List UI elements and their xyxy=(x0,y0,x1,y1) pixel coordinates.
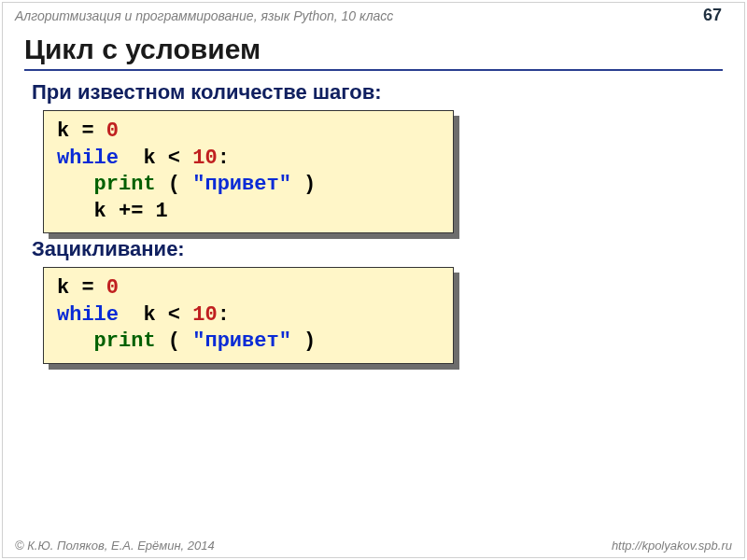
section-known-steps: При известном количестве шагов: k = 0 wh… xyxy=(24,80,723,233)
code-text: k += 1 xyxy=(57,200,168,223)
code-infinite: k = 0 while k < 10: print ( "привет" ) xyxy=(43,267,454,364)
code-known-steps: k = 0 while k < 10: print ( "привет" ) k… xyxy=(43,110,454,233)
code-function: print xyxy=(94,329,156,353)
code-number: 0 xyxy=(106,276,119,300)
codebox-known-steps: k = 0 while k < 10: print ( "привет" ) k… xyxy=(43,110,454,233)
slide: Алгоритмизация и программирование, язык … xyxy=(0,0,747,560)
section-infinite: Зацикливание: k = 0 while k < 10: print … xyxy=(24,237,723,364)
code-op: ( xyxy=(156,173,193,196)
slide-title: Цикл с условием xyxy=(24,34,723,65)
code-text: k = xyxy=(57,276,106,300)
codebox-infinite: k = 0 while k < 10: print ( "привет" ) xyxy=(43,267,454,364)
code-text: k = xyxy=(57,119,106,143)
code-keyword: while xyxy=(57,147,119,170)
course-title: Алгоритмизация и программирование, язык … xyxy=(15,8,393,23)
code-op: ) xyxy=(291,329,316,353)
code-string: "привет" xyxy=(192,173,291,196)
code-op: : xyxy=(218,303,230,327)
slide-title-wrap: Цикл с условием xyxy=(24,34,723,71)
code-number: 10 xyxy=(192,147,217,170)
code-function: print xyxy=(94,173,156,196)
code-indent xyxy=(57,173,94,196)
code-op: ) xyxy=(291,173,316,196)
subhead-known-steps: При известном количестве шагов: xyxy=(32,80,723,105)
code-op: ( xyxy=(156,329,193,353)
subhead-infinite: Зацикливание: xyxy=(32,237,723,261)
code-text: k < xyxy=(119,303,192,327)
code-text: k < xyxy=(119,147,192,170)
footer-authors: © К.Ю. Поляков, Е.А. Ерёмин, 2014 xyxy=(15,539,215,553)
code-number: 0 xyxy=(106,119,119,143)
footer-url: http://kpolyakov.spb.ru xyxy=(612,539,732,553)
code-number: 10 xyxy=(192,303,217,327)
header-bar: Алгоритмизация и программирование, язык … xyxy=(11,6,736,30)
code-indent xyxy=(57,329,94,353)
code-keyword: while xyxy=(57,303,119,327)
page-number: 67 xyxy=(693,4,732,26)
code-op: : xyxy=(218,147,230,170)
code-string: "привет" xyxy=(192,329,291,353)
